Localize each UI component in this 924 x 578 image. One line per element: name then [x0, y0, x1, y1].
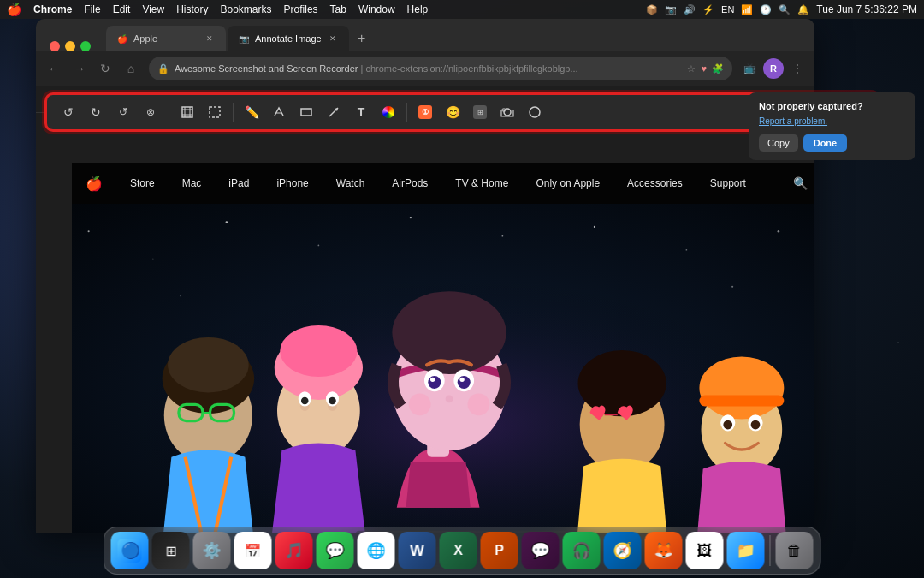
menubar-right: 📦 📷 🔊 ⚡ EN 📶 🕐 🔍 🔔 Tue Jun 7 5:36:22 PM	[646, 3, 917, 15]
arrow-tool[interactable]	[321, 99, 346, 125]
apple-nav-iphone[interactable]: iPhone	[263, 163, 322, 204]
back-button[interactable]: ←	[43, 57, 65, 80]
svg-point-7	[502, 235, 504, 237]
pen-tool[interactable]: ✏️	[239, 99, 264, 125]
apple-hero-background	[72, 204, 814, 533]
capture-info-panel: Not properly captured? Report a problem.…	[749, 92, 915, 160]
dock-firefox[interactable]: 🦊	[645, 532, 683, 569]
cast-icon[interactable]: 📺	[739, 58, 760, 79]
dock-chrome[interactable]: 🌐	[358, 532, 395, 569]
apple-nav-support[interactable]: Support	[696, 163, 760, 204]
tab-annotate[interactable]: 📷 Annotate Image ✕	[228, 26, 349, 51]
dock-excel[interactable]: X	[440, 532, 477, 569]
dock-system-settings[interactable]: ⚙️	[193, 532, 231, 569]
menu-file[interactable]: File	[84, 3, 100, 15]
rectangle-tool[interactable]	[293, 99, 319, 125]
dock-calendar[interactable]: 📅	[234, 532, 272, 569]
menubar-search-icon[interactable]: 🔍	[779, 4, 791, 15]
nav-icons: 📺 R ⋮	[739, 58, 808, 79]
copy-button[interactable]: Copy	[759, 134, 798, 152]
reset-button[interactable]: ↺̈	[110, 99, 136, 125]
undo-button[interactable]: ↺	[56, 99, 81, 125]
menu-icon[interactable]: ⋮	[787, 58, 808, 79]
tab-annotate-title: Annotate Image	[255, 33, 322, 44]
apple-nav-airpods[interactable]: AirPods	[378, 163, 441, 204]
text-tool[interactable]: T	[348, 99, 374, 125]
menu-window[interactable]: Window	[358, 3, 395, 15]
address-bar[interactable]: 🔒 Awesome Screenshot and Screen Recorder…	[149, 57, 732, 80]
close-button[interactable]	[50, 41, 60, 51]
new-tab-button[interactable]: +	[351, 27, 373, 50]
dock-music[interactable]: 🎵	[275, 532, 313, 569]
dock-launchpad[interactable]: ⊞	[152, 532, 190, 569]
apple-nav-watch[interactable]: Watch	[323, 163, 379, 204]
profile-icon[interactable]: R	[763, 58, 784, 79]
menu-view[interactable]: View	[142, 3, 164, 15]
menu-tab[interactable]: Tab	[330, 3, 346, 15]
crop-tool[interactable]	[175, 99, 200, 125]
menubar-volume-icon[interactable]: 🔊	[684, 4, 696, 15]
address-main: Awesome Screenshot and Screen Recorder	[175, 63, 358, 74]
dock-powerpoint[interactable]: P	[481, 532, 518, 569]
apple-nav-accessories[interactable]: Accessories	[613, 163, 696, 204]
menubar-keyboard-icon[interactable]: EN	[721, 4, 734, 15]
circle-highlight-tool[interactable]	[522, 99, 548, 125]
color-picker[interactable]	[376, 99, 401, 125]
dock-spotify[interactable]: 🎧	[563, 532, 601, 569]
dock-preview[interactable]: 🖼	[686, 532, 724, 569]
menubar-notification-icon[interactable]: 🔔	[797, 4, 809, 15]
apple-search-icon[interactable]: 🔍	[793, 176, 808, 190]
menubar-wifi-icon[interactable]: 📶	[741, 4, 753, 15]
menubar-clock-icon[interactable]: 🕐	[760, 4, 772, 15]
menubar-dropbox-icon[interactable]: 📦	[646, 4, 658, 15]
more-emoji-tool[interactable]: ⊞	[467, 99, 493, 125]
apple-nav-mac[interactable]: Mac	[169, 163, 216, 204]
screenshot-tool[interactable]	[495, 99, 520, 125]
redo-button[interactable]: ↻	[83, 99, 109, 125]
menu-bookmarks[interactable]: Bookmarks	[221, 3, 272, 15]
tab-apple-close[interactable]: ✕	[204, 33, 216, 45]
dock-safari[interactable]: 🧭	[604, 532, 642, 569]
tab-annotate-close[interactable]: ✕	[327, 33, 339, 45]
selection-tool[interactable]	[202, 99, 228, 125]
menubar-battery-icon[interactable]: ⚡	[702, 4, 714, 15]
clear-button[interactable]: ⊗	[138, 99, 163, 125]
menu-edit[interactable]: Edit	[113, 3, 131, 15]
dock-divider	[770, 535, 771, 566]
refresh-button[interactable]: ↻	[94, 57, 116, 80]
apple-menu[interactable]: 🍎	[7, 3, 21, 16]
bookmark-star-icon[interactable]: ☆	[687, 63, 696, 74]
heart-icon[interactable]: ♥	[701, 63, 707, 74]
dock-word[interactable]: W	[399, 532, 436, 569]
home-button[interactable]: ⌂	[120, 57, 142, 80]
dock-trash[interactable]: 🗑	[776, 532, 814, 569]
fullscreen-button[interactable]	[80, 41, 91, 51]
apple-website-nav: 🍎 Store Mac iPad iPhone Watch AirPods TV…	[72, 163, 814, 204]
dock-files[interactable]: 📁	[727, 532, 765, 569]
nav-bar: ← → ↻ ⌂ 🔒 Awesome Screenshot and Screen …	[36, 51, 814, 86]
apple-logo-nav[interactable]: 🍎	[72, 163, 116, 204]
highlight-tool[interactable]	[266, 99, 292, 125]
apple-nav-ipad[interactable]: iPad	[215, 163, 263, 204]
menubar-camera-icon[interactable]: 📷	[665, 4, 677, 15]
done-button[interactable]: Done	[803, 134, 848, 152]
forward-button[interactable]: →	[68, 57, 91, 80]
menu-history[interactable]: History	[176, 3, 208, 15]
tab-apple[interactable]: 🍎 Apple ✕	[106, 26, 226, 51]
report-problem-link[interactable]: Report a problem.	[759, 116, 905, 126]
apple-nav-only-apple[interactable]: Only on Apple	[522, 163, 613, 204]
apple-nav-tv[interactable]: TV & Home	[441, 163, 522, 204]
apple-nav-store[interactable]: Store	[116, 163, 169, 204]
svg-point-41	[446, 396, 453, 403]
app-name[interactable]: Chrome	[33, 3, 72, 15]
svg-point-5	[318, 245, 320, 247]
sticker-1-tool[interactable]: ①	[412, 99, 438, 125]
emoji-smile-tool[interactable]: 😊	[440, 99, 465, 125]
menu-profiles[interactable]: Profiles	[284, 3, 318, 15]
dock-finder[interactable]: 🔵	[111, 532, 149, 569]
minimize-button[interactable]	[65, 41, 75, 51]
dock-messages[interactable]: 💬	[317, 532, 354, 569]
menu-help[interactable]: Help	[407, 3, 429, 15]
dock-slack[interactable]: 💬	[522, 532, 560, 569]
extensions-icon[interactable]: 🧩	[712, 63, 724, 74]
